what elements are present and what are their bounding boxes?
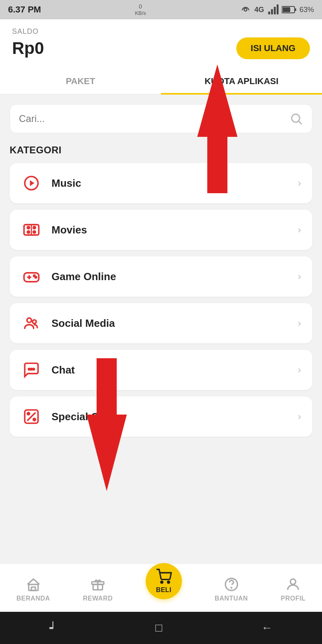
chevron-icon-chat: › [298,364,301,376]
svg-rect-6 [295,8,296,11]
svg-point-24 [33,320,36,324]
music-icon [21,173,42,194]
category-label-chat: Chat [52,364,298,376]
help-icon [223,576,239,592]
svg-line-9 [299,121,301,124]
tabs-container: PAKET KUOTA APLIKASI [0,67,322,95]
nav-label-beli: BELI [156,586,171,594]
status-icons: 4G 63% [240,4,314,15]
category-item-special[interactable]: Special Offer › [10,396,312,437]
category-label-social: Social Media [52,317,298,330]
svg-point-38 [161,581,163,583]
svg-point-39 [167,581,169,583]
category-item-chat[interactable]: Chat › [10,350,312,390]
category-label-music: Music [52,177,298,190]
category-item-social[interactable]: Social Media › [10,303,312,343]
nav-item-reward[interactable]: REWARD [83,576,113,602]
wifi-icon [240,4,251,15]
category-item-music[interactable]: Music › [10,163,312,203]
header: SALDO Rp0 ISI ULANG [0,19,322,67]
content-area: KATEGORI Music › [0,95,322,446]
game-icon [21,266,42,287]
battery-label: 63% [299,6,314,14]
beli-circle: BELI [146,563,182,599]
home-icon [25,576,41,592]
svg-point-14 [33,227,35,229]
back-square-icon[interactable]: ┙ [50,621,56,635]
nav-item-profil[interactable]: PROFIL [281,576,305,602]
status-time: 6.37 PM [8,4,41,15]
nav-label-bantuan: BANTUAN [215,595,248,602]
svg-point-41 [231,587,232,588]
svg-marker-11 [30,180,34,186]
svg-point-23 [27,318,31,322]
svg-rect-35 [31,587,35,590]
search-icon [289,112,303,126]
kategori-label: KATEGORI [10,144,312,156]
chevron-icon-music: › [298,178,301,189]
back-arrow-icon[interactable]: ← [261,621,272,634]
system-nav-bar: ┙ □ ← [0,612,322,644]
nav-label-profil: PROFIL [281,595,305,602]
saldo-label: SALDO [12,27,310,36]
nav-item-beranda[interactable]: BERANDA [17,576,50,602]
chevron-icon-special: › [298,411,301,422]
svg-point-26 [31,368,32,370]
svg-rect-4 [277,4,279,14]
category-label-game: Game Online [52,270,298,283]
svg-point-42 [291,579,296,584]
svg-point-22 [35,277,37,278]
movies-icon [21,219,42,240]
svg-point-31 [33,419,35,421]
svg-point-16 [33,231,35,233]
nav-label-reward: REWARD [83,595,113,602]
nav-item-beli[interactable]: BELI [146,579,182,599]
signal-icon [267,4,279,15]
nav-item-bantuan[interactable]: BANTUAN [215,576,248,602]
svg-point-13 [27,227,30,229]
chevron-icon-game: › [298,271,301,282]
bottom-nav: BERANDA REWARD BELI BANTUAN [0,564,322,612]
home-square-icon[interactable]: □ [155,621,162,634]
tab-kuota-aplikasi[interactable]: KUOTA APLIKASI [161,67,322,94]
battery-icon [282,6,296,14]
saldo-amount: Rp0 [12,39,44,58]
category-item-game[interactable]: Game Online › [10,256,312,297]
status-bar: 6.37 PM 0 KB/s 4G 63% [0,0,322,19]
svg-rect-2 [271,9,273,14]
svg-rect-3 [274,7,276,14]
gift-icon [90,576,106,592]
nav-label-beranda: BERANDA [17,595,50,602]
svg-point-30 [27,413,30,415]
svg-rect-1 [268,12,270,14]
category-label-special: Special Offer [52,411,298,423]
cart-icon [156,569,172,585]
svg-rect-7 [283,7,290,12]
social-icon [21,313,42,334]
isi-ulang-button[interactable]: ISI ULANG [236,37,310,59]
status-data: 0 KB/s [135,3,146,16]
special-offer-icon [21,406,42,427]
saldo-row: Rp0 ISI ULANG [12,37,310,67]
category-list: Music › Movies › [10,163,312,437]
chevron-icon-social: › [298,318,301,329]
svg-point-27 [33,368,35,370]
svg-point-25 [29,368,30,370]
tab-paket[interactable]: PAKET [0,67,161,94]
chat-icon [21,359,42,380]
chevron-icon-movies: › [298,224,301,235]
category-label-movies: Movies [52,224,298,236]
category-item-movies[interactable]: Movies › [10,210,312,250]
search-box[interactable] [10,104,312,133]
network-icon: 4G [254,6,264,14]
search-input[interactable] [19,113,289,124]
person-icon [285,576,301,592]
svg-point-0 [244,8,247,11]
svg-point-15 [27,231,30,233]
